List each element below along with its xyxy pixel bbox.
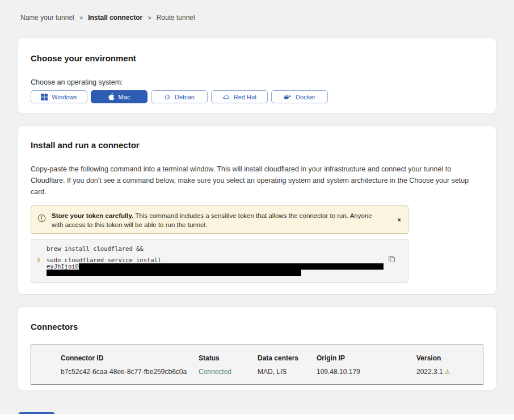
code-line-4 <box>37 270 400 276</box>
install-connector-card: Install and run a connector Copy-paste t… <box>18 126 496 294</box>
status-badge: Connected <box>199 368 258 376</box>
version-value: 2022.3.1 <box>416 368 443 376</box>
breadcrumb-separator: > <box>79 14 83 21</box>
windows-icon <box>41 94 48 100</box>
token-warning-text: Store your token carefully. This command… <box>52 210 380 229</box>
os-button-mac[interactable]: Mac <box>91 90 148 103</box>
cell-origin-ip: 109.48.10.179 <box>317 368 416 376</box>
debian-icon <box>164 94 171 100</box>
docker-icon <box>284 94 292 100</box>
col-header-data-centers: Data centers <box>258 354 317 362</box>
table-row: b7c52c42-6caa-48ee-8c77-fbe259cb6c0a Con… <box>61 368 477 376</box>
copy-command-button[interactable] <box>388 255 395 263</box>
col-header-status: Status <box>199 354 258 362</box>
copy-icon <box>388 256 395 264</box>
breadcrumb: Name your tunnel > Install connector > R… <box>18 0 496 22</box>
install-card-title: Install and run a connector <box>31 140 483 150</box>
redacted-token-bar <box>79 263 384 270</box>
install-command-codeblock: brew install cloudflared && $sudo cloudf… <box>31 239 408 283</box>
connectors-card-title: Connectors <box>31 322 483 331</box>
environment-card-title: Choose your environment <box>31 53 483 63</box>
col-header-version: Version <box>416 354 477 362</box>
os-button-label: Windows <box>52 94 77 100</box>
info-icon <box>37 214 46 222</box>
redacted-token-bar <box>47 270 301 276</box>
breadcrumb-item-install-connector[interactable]: Install connector <box>88 14 142 22</box>
os-button-docker[interactable]: Docker <box>271 90 328 103</box>
apple-icon <box>108 93 115 100</box>
breadcrumb-separator: > <box>148 14 151 21</box>
redhat-icon <box>222 94 230 100</box>
code-text: brew install cloudflared && <box>47 246 144 252</box>
token-prefix: eyJhIjoiO <box>47 263 79 270</box>
bottom-strip <box>0 414 514 420</box>
os-button-windows[interactable]: Windows <box>31 90 87 103</box>
code-line-3: eyJhIjoiO <box>37 263 400 270</box>
shell-prompt: $ <box>37 257 47 263</box>
page: Name your tunnel > Install connector > R… <box>0 0 514 420</box>
cell-connector-id: b7c52c42-6caa-48ee-8c77-fbe259cb6c0a <box>61 368 199 376</box>
os-button-label: Docker <box>296 94 315 100</box>
token-warning-banner: Store your token carefully. This command… <box>31 205 408 234</box>
os-button-label: Debian <box>175 94 195 100</box>
os-button-redhat[interactable]: Red Hat <box>211 90 268 103</box>
os-button-debian[interactable]: Debian <box>151 90 208 103</box>
os-button-label: Red Hat <box>234 94 256 100</box>
code-line-2: $sudo cloudflared service install <box>37 257 400 263</box>
table-header-row: Connector ID Status Data centers Origin … <box>61 354 477 362</box>
connectors-card: Connectors Connector ID Status Data cent… <box>18 307 496 390</box>
code-line-1: brew install cloudflared && <box>37 246 400 252</box>
col-header-connector-id: Connector ID <box>61 354 199 362</box>
choose-environment-card: Choose your environment Choose an operat… <box>18 38 496 114</box>
version-warning-icon: ⚠ <box>445 368 450 375</box>
os-button-group: Windows Mac Debian Red Hat <box>31 90 483 103</box>
breadcrumb-item-route-tunnel[interactable]: Route tunnel <box>157 14 195 22</box>
close-warning-button[interactable]: × <box>398 216 401 223</box>
os-button-label: Mac <box>119 94 130 100</box>
token-warning-bold: Store your token carefully. <box>52 212 133 219</box>
cell-version: 2022.3.1⚠ <box>416 368 477 376</box>
connectors-table: Connector ID Status Data centers Origin … <box>31 345 483 385</box>
cell-data-centers: MAD, LIS <box>258 368 317 376</box>
install-card-description: Copy-paste the following command into a … <box>31 163 483 198</box>
os-select-label: Choose an operating system: <box>31 78 483 86</box>
breadcrumb-item-name-your-tunnel[interactable]: Name your tunnel <box>20 14 74 22</box>
col-header-origin-ip: Origin IP <box>317 354 416 362</box>
